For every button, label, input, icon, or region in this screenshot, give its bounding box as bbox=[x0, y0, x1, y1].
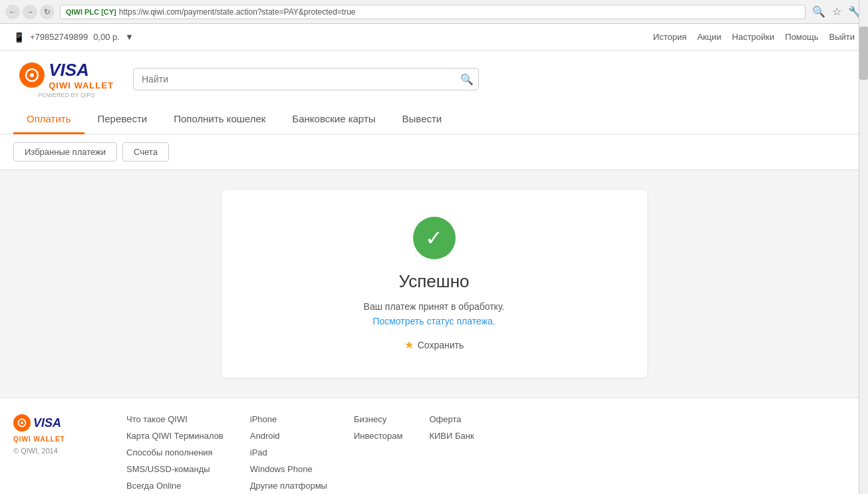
tab-refill[interactable]: Пополнить кошелек bbox=[160, 105, 279, 134]
search-button[interactable]: 🔍 bbox=[455, 68, 479, 90]
footer-link-offer[interactable]: Оферта bbox=[429, 414, 474, 424]
balance-icon: ▼ bbox=[125, 32, 134, 42]
footer-link-sms[interactable]: SMS/USSD-команды bbox=[126, 464, 223, 474]
sub-tab-favorites[interactable]: Избранные платежи bbox=[13, 142, 117, 162]
visa-text: VISA bbox=[49, 60, 114, 80]
qiwi-wallet-text: QIWI WALLET bbox=[49, 80, 114, 90]
browser-icons: 🔍 ☆ 🔧 bbox=[811, 4, 863, 19]
save-button[interactable]: ★ Сохранить bbox=[404, 338, 464, 351]
success-description: Ваш платеж принят в обработку. bbox=[261, 301, 607, 312]
phone-icon: 📱 bbox=[13, 32, 25, 43]
footer-link-about[interactable]: Что такое QIWI bbox=[126, 414, 223, 424]
phone-number: +79852749899 bbox=[30, 32, 88, 42]
settings-link[interactable]: Настройки bbox=[732, 32, 775, 42]
logo-circle bbox=[19, 62, 45, 88]
nav-tabs: Оплатить Перевести Пополнить кошелек Бан… bbox=[0, 105, 868, 134]
reload-button[interactable]: ↻ bbox=[40, 5, 55, 19]
footer-link-ipad[interactable]: iPad bbox=[250, 447, 327, 457]
scrollbar-thumb[interactable] bbox=[859, 27, 868, 80]
sub-tabs: Избранные платежи Счета bbox=[0, 134, 868, 170]
footer-col-1: Что такое QIWI Карта QIWI Терминалов Спо… bbox=[126, 414, 223, 491]
footer-copyright: © QIWI, 2014 bbox=[13, 447, 100, 455]
footer-col-4: Оферта КИВИ Банк bbox=[429, 414, 474, 491]
footer-col-2: iPhone Android iPad Windows Phone Другие… bbox=[250, 414, 327, 491]
save-label: Сохранить bbox=[418, 340, 464, 350]
footer-qiwi-icon bbox=[17, 418, 27, 428]
address-bar[interactable]: QIWI PLC [CY] https://w.qiwi.com/payment… bbox=[60, 5, 805, 19]
footer-link-always-online[interactable]: Всегда Online bbox=[126, 481, 223, 491]
checkmark-icon: ✓ bbox=[425, 227, 443, 249]
top-bar-right: История Акции Настройки Помощь Выйти bbox=[653, 32, 855, 42]
footer-link-business[interactable]: Бизнесу bbox=[354, 414, 402, 424]
footer-link-investors[interactable]: Инвесторам bbox=[354, 431, 402, 441]
browser-nav-buttons: ← → ↻ bbox=[5, 5, 55, 19]
footer-link-other-platforms[interactable]: Другие платформы bbox=[250, 481, 327, 491]
url-text: https://w.qiwi.com/payment/state.action?… bbox=[119, 7, 356, 17]
search-input[interactable] bbox=[133, 68, 479, 90]
footer-qiwi-wallet-text: QIWI WALLET bbox=[13, 435, 100, 443]
svg-point-1 bbox=[30, 73, 34, 77]
footer-content: VISA QIWI WALLET © QIWI, 2014 Что такое … bbox=[13, 414, 855, 491]
balance: 0,00 р. bbox=[93, 32, 120, 42]
browser-chrome: ← → ↻ QIWI PLC [CY] https://w.qiwi.com/p… bbox=[0, 0, 868, 24]
sub-tab-invoices[interactable]: Счета bbox=[122, 142, 169, 162]
success-card: ✓ Успешно Ваш платеж принят в обработку.… bbox=[221, 190, 647, 378]
forward-button[interactable]: → bbox=[23, 5, 37, 19]
footer-link-iphone[interactable]: iPhone bbox=[250, 414, 327, 424]
help-link[interactable]: Помощь bbox=[785, 32, 818, 42]
footer-columns: Что такое QIWI Карта QIWI Терминалов Спо… bbox=[126, 414, 855, 491]
footer-link-terminals[interactable]: Карта QIWI Терминалов bbox=[126, 431, 223, 441]
logo-top: VISA QIWI WALLET bbox=[19, 60, 114, 90]
success-icon-circle: ✓ bbox=[413, 217, 456, 259]
visa-logo-group: VISA QIWI WALLET bbox=[49, 60, 114, 90]
logout-link[interactable]: Выйти bbox=[829, 32, 855, 42]
search-bar: 🔍 bbox=[133, 68, 479, 90]
footer: VISA QIWI WALLET © QIWI, 2014 Что такое … bbox=[0, 398, 868, 494]
footer-logo-circle bbox=[13, 414, 31, 432]
tab-bank-cards[interactable]: Банковские карты bbox=[279, 105, 388, 134]
tab-withdraw[interactable]: Вывести bbox=[389, 105, 456, 134]
top-bar-left: 📱 +79852749899 0,00 р. ▼ bbox=[13, 32, 134, 43]
top-bar: 📱 +79852749899 0,00 р. ▼ История Акции Н… bbox=[0, 24, 868, 51]
footer-link-refill-methods[interactable]: Способы пополнения bbox=[126, 447, 223, 457]
header: VISA QIWI WALLET POWERED BY QIPS 🔍 bbox=[0, 51, 868, 98]
history-link[interactable]: История bbox=[653, 32, 686, 42]
powered-by-text: POWERED BY QIPS bbox=[39, 92, 95, 98]
footer-logo-top: VISA bbox=[13, 414, 100, 432]
ssl-badge: QIWI PLC [CY] bbox=[66, 8, 116, 16]
footer-visa-text: VISA bbox=[33, 416, 61, 430]
search-browser-icon[interactable]: 🔍 bbox=[811, 4, 827, 19]
main-content: ✓ Успешно Ваш платеж принят в обработку.… bbox=[0, 170, 868, 398]
promotions-link[interactable]: Акции bbox=[697, 32, 721, 42]
success-title: Успешно bbox=[261, 271, 607, 292]
footer-logo-area: VISA QIWI WALLET © QIWI, 2014 bbox=[13, 414, 100, 455]
save-section: ★ Сохранить bbox=[261, 326, 607, 351]
qiwi-logo-icon bbox=[25, 68, 39, 82]
footer-link-kiwi-bank[interactable]: КИВИ Банк bbox=[429, 431, 474, 441]
tab-pay[interactable]: Оплатить bbox=[13, 105, 84, 134]
logo-area: VISA QIWI WALLET POWERED BY QIPS bbox=[13, 60, 120, 98]
tab-transfer[interactable]: Перевести bbox=[84, 105, 161, 134]
footer-link-windows-phone[interactable]: Windows Phone bbox=[250, 464, 327, 474]
footer-visa-group: VISA bbox=[33, 416, 61, 430]
footer-link-android[interactable]: Android bbox=[250, 431, 327, 441]
footer-col-3: Бизнесу Инвесторам bbox=[354, 414, 402, 491]
scrollbar[interactable] bbox=[859, 0, 868, 494]
back-button[interactable]: ← bbox=[5, 5, 20, 19]
svg-point-3 bbox=[21, 422, 23, 424]
view-status-link[interactable]: Посмотреть статус платежа. bbox=[372, 316, 495, 326]
star-browser-icon[interactable]: ☆ bbox=[831, 4, 843, 19]
star-icon: ★ bbox=[404, 338, 414, 351]
